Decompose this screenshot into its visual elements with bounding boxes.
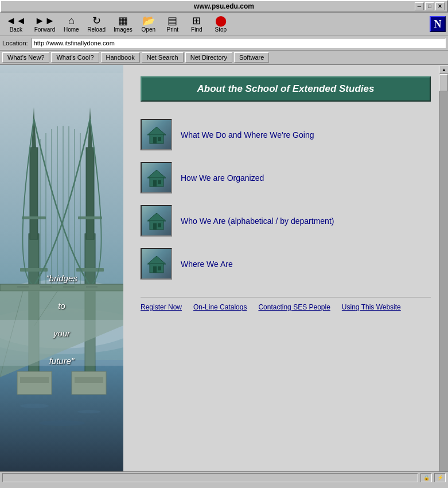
page-title-banner: About the School of Extended Studies <box>141 76 431 102</box>
menu-item-who-we-are[interactable]: Who We Are (alphabetical / by department… <box>141 205 431 237</box>
back-label: Back <box>10 26 22 33</box>
close-button[interactable]: ✕ <box>435 2 445 10</box>
find-icon: ⊞ <box>192 16 201 26</box>
house-icon-4 <box>145 254 168 274</box>
svg-rect-53 <box>158 266 161 270</box>
menu-item-text-where-we-are: Where We Are <box>181 260 233 269</box>
open-icon: 📂 <box>142 16 155 26</box>
page-title-text: About the School of Extended Studies <box>197 83 375 94</box>
images-button[interactable]: ▦ Images <box>110 14 136 34</box>
svg-point-36 <box>39 420 85 426</box>
forward-icon: ►► <box>34 16 55 26</box>
back-icon: ◄◄ <box>6 16 26 26</box>
svg-rect-48 <box>153 223 157 230</box>
status-icon-2: ⚡ <box>434 473 446 482</box>
menu-icon-who-we-are <box>141 205 172 237</box>
reload-button[interactable]: ↻ Reload <box>84 14 109 34</box>
menu-item-what-we-do[interactable]: What We Do and Where We're Going <box>141 119 431 150</box>
title-bar-buttons: ─ □ ✕ <box>415 2 445 10</box>
svg-rect-8 <box>22 216 46 219</box>
sidebar-bridge-image: "bridgestoyourfuture" <box>0 65 123 483</box>
svg-rect-45 <box>158 180 161 184</box>
stop-label: Stop <box>215 26 227 33</box>
svg-rect-52 <box>153 266 157 273</box>
svg-marker-42 <box>147 170 166 178</box>
svg-rect-13 <box>78 216 102 219</box>
svg-rect-44 <box>153 180 157 187</box>
svg-point-35 <box>77 410 100 413</box>
menu-icon-how-organized <box>141 162 172 193</box>
bottom-links: Register Now On-Line Catalogs Contacting… <box>141 297 431 311</box>
nav-buttons-bar: What's New? What's Cool? Handbook Net Se… <box>0 51 448 65</box>
window-title: www.psu.edu.com <box>194 2 254 10</box>
net-directory-button[interactable]: Net Directory <box>185 52 232 63</box>
reload-label: Reload <box>87 26 106 33</box>
title-bar: www.psu.edu.com ─ □ ✕ <box>0 0 448 13</box>
print-button[interactable]: ▤ Print <box>161 14 184 34</box>
using-link[interactable]: Using This Website <box>342 303 401 311</box>
menu-item-text-how-organized: How We are Organized <box>181 173 264 183</box>
register-link[interactable]: Register Now <box>141 303 182 311</box>
forward-label: Forward <box>34 26 56 33</box>
reload-icon: ↻ <box>92 16 101 26</box>
svg-rect-49 <box>158 223 161 227</box>
print-icon: ▤ <box>167 16 177 26</box>
images-label: Images <box>114 26 133 33</box>
scroll-up-button[interactable]: ▲ <box>439 65 448 74</box>
home-label: Home <box>64 26 79 33</box>
svg-rect-10 <box>86 148 94 239</box>
location-label: Location: <box>2 40 28 47</box>
sidebar-quote: "bridgestoyourfuture" <box>0 272 123 368</box>
svg-marker-46 <box>147 213 166 221</box>
handbook-button[interactable]: Handbook <box>101 52 140 63</box>
stop-icon: ⬤ <box>215 16 227 26</box>
status-icons: 🔒 ⚡ <box>420 473 446 482</box>
main-content-area: About the School of Extended Studies Wha… <box>123 65 448 483</box>
svg-rect-32 <box>20 377 49 383</box>
status-text <box>2 473 418 482</box>
print-label: Print <box>167 26 179 33</box>
whats-new-button[interactable]: What's New? <box>2 52 49 63</box>
svg-rect-40 <box>153 137 157 144</box>
scrollbar-right[interactable]: ▲ ▼ <box>439 65 448 483</box>
menu-item-text-what-we-do: What We Do and Where We're Going <box>181 130 314 140</box>
browser-content: "bridgestoyourfuture" About the School o… <box>0 65 448 483</box>
back-button[interactable]: ◄◄ Back <box>2 14 30 34</box>
status-icon-1: 🔒 <box>420 473 432 482</box>
menu-item-text-who-we-are: Who We Are (alphabetical / by department… <box>181 216 334 226</box>
find-label: Find <box>191 26 202 33</box>
netscape-logo: N <box>430 16 446 32</box>
software-button[interactable]: Software <box>234 52 269 63</box>
open-button[interactable]: 📂 Open <box>137 14 160 34</box>
scrollbar-thumb[interactable] <box>439 74 448 91</box>
images-icon: ▦ <box>118 16 128 26</box>
open-label: Open <box>142 26 155 33</box>
home-button[interactable]: ⌂ Home <box>60 14 83 34</box>
house-icon-2 <box>145 168 168 188</box>
svg-rect-33 <box>75 377 103 383</box>
find-button[interactable]: ⊞ Find <box>185 14 208 34</box>
location-bar: Location: <box>0 36 448 51</box>
home-icon: ⌂ <box>68 16 75 26</box>
maximize-button[interactable]: □ <box>425 2 434 10</box>
menu-item-how-organized[interactable]: How We are Organized <box>141 162 431 193</box>
contacting-link[interactable]: Contacting SES People <box>258 303 330 311</box>
net-search-button[interactable]: Net Search <box>142 52 184 63</box>
minimize-button[interactable]: ─ <box>415 2 424 10</box>
toolbar: ◄◄ Back ►► Forward ⌂ Home ↻ Reload ▦ Ima… <box>0 13 448 36</box>
house-icon-1 <box>145 125 168 145</box>
menu-icon-where-we-are <box>141 248 172 280</box>
scrollbar-track[interactable] <box>439 74 448 474</box>
menu-icon-what-we-do <box>141 119 172 150</box>
menu-item-where-we-are[interactable]: Where We Are <box>141 248 431 280</box>
page-content: "bridgestoyourfuture" About the School o… <box>0 65 448 483</box>
status-bar: 🔒 ⚡ <box>0 471 448 483</box>
svg-marker-38 <box>147 127 166 135</box>
catalogs-link[interactable]: On-Line Catalogs <box>193 303 247 311</box>
svg-rect-5 <box>30 148 38 239</box>
whats-cool-button[interactable]: What's Cool? <box>51 52 99 63</box>
stop-button[interactable]: ⬤ Stop <box>209 14 232 34</box>
forward-button[interactable]: ►► Forward <box>31 14 59 34</box>
location-input[interactable] <box>32 38 446 48</box>
svg-point-34 <box>20 404 49 408</box>
